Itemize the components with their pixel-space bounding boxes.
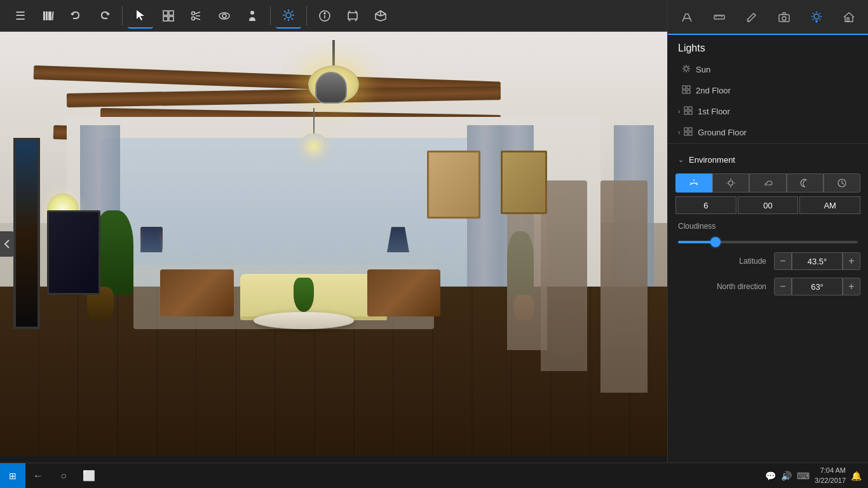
scissors-icon[interactable]	[184, 3, 209, 29]
redo-icon[interactable]	[92, 3, 117, 29]
keyboard-icon[interactable]: ⌨	[797, 471, 810, 481]
svg-line-52	[813, 13, 814, 14]
1st-floor-item[interactable]: › 1st Floor	[668, 101, 868, 122]
svg-point-16	[250, 11, 254, 15]
ground-floor-icon	[684, 127, 693, 138]
picture-frame-2	[501, 151, 548, 214]
time-period-input[interactable]: AM	[799, 196, 860, 214]
table-lamp-right	[387, 227, 407, 278]
time-sunrise-btn[interactable]	[675, 173, 712, 193]
panel-light-icon[interactable]	[805, 6, 828, 29]
taskbar-clock[interactable]: 7:04 AM 3/22/2017	[815, 466, 846, 485]
svg-line-23	[292, 18, 294, 20]
environment-header[interactable]: ⌄ Environment	[668, 150, 868, 170]
svg-point-9	[192, 11, 195, 15]
start-button[interactable]: ⊞	[0, 463, 25, 489]
svg-rect-75	[689, 111, 692, 114]
wall-art-left	[13, 138, 40, 329]
north-direction-minus-btn[interactable]: −	[774, 278, 792, 295]
pendant-light	[287, 108, 341, 172]
sofa	[240, 274, 387, 316]
sun-label: Sun	[696, 65, 710, 74]
svg-line-64	[684, 66, 685, 67]
select-icon[interactable]	[128, 3, 153, 29]
svg-point-17	[286, 13, 291, 18]
svg-point-59	[684, 67, 688, 71]
1st-floor-icon	[684, 106, 693, 117]
svg-line-53	[819, 19, 820, 20]
pendant-shade	[301, 133, 327, 159]
svg-rect-8	[169, 17, 173, 21]
latitude-input[interactable]: 43.5°	[792, 252, 843, 270]
environment-label: Environment	[689, 155, 735, 165]
svg-rect-76	[684, 128, 688, 131]
cube-icon[interactable]	[368, 3, 393, 29]
ground-floor-item[interactable]: › Ground Floor	[668, 122, 868, 143]
time-preset-buttons	[675, 173, 860, 193]
svg-point-83	[729, 181, 733, 186]
svg-rect-69	[687, 86, 690, 89]
north-direction-input[interactable]: 63°	[792, 278, 843, 295]
time-day-btn[interactable]	[712, 173, 749, 193]
north-direction-row: North direction − 63° +	[668, 274, 868, 299]
menu-icon[interactable]: ☰	[8, 3, 33, 29]
panel-camera-icon[interactable]	[773, 6, 796, 29]
latitude-plus-btn[interactable]: +	[843, 252, 860, 270]
time-cloudy-btn[interactable]	[749, 173, 786, 193]
panel-paint-icon[interactable]	[675, 6, 698, 29]
side-nav-button[interactable]	[0, 231, 14, 257]
panel-ruler-icon[interactable]	[708, 6, 731, 29]
3d-viewport[interactable]	[0, 32, 667, 456]
dining-chair-2	[541, 180, 588, 372]
north-direction-plus-btn[interactable]: +	[843, 278, 860, 295]
svg-rect-74	[684, 111, 688, 114]
ground-floor-chevron: ›	[678, 129, 680, 136]
multitask-button[interactable]: ⬜	[76, 463, 102, 489]
latitude-label: Latitude	[675, 257, 774, 266]
notification-bell[interactable]: 🔔	[851, 471, 862, 481]
objects-icon[interactable]	[156, 3, 181, 29]
dining-chair-3	[507, 201, 547, 350]
svg-line-55	[813, 19, 814, 20]
svg-line-54	[819, 13, 820, 14]
sun-toolbar-icon[interactable]	[276, 3, 301, 29]
notification-icon[interactable]: 💬	[765, 471, 776, 481]
clock-time: 7:04 AM	[815, 466, 846, 475]
time-night-btn[interactable]	[787, 173, 824, 193]
latitude-row: Latitude − 43.5° +	[668, 248, 868, 274]
svg-line-11	[194, 12, 200, 14]
2nd-floor-item[interactable]: 2nd Floor	[668, 80, 868, 101]
svg-rect-3	[51, 11, 53, 20]
time-hours-input[interactable]: 6	[675, 196, 736, 214]
cloudiness-slider-container	[668, 233, 868, 248]
view-icon[interactable]	[212, 3, 237, 29]
svg-line-36	[381, 14, 386, 16]
clock-date: 3/22/2017	[815, 476, 846, 485]
lights-section-title: Lights	[668, 35, 868, 59]
lamp-shade-3	[387, 227, 409, 252]
1st-floor-chevron: ›	[678, 108, 680, 115]
back-button[interactable]: ←	[25, 463, 51, 489]
scene	[0, 32, 667, 456]
panel-icon-bar	[668, 0, 868, 35]
info-icon[interactable]	[312, 3, 337, 29]
volume-icon[interactable]: 🔊	[781, 471, 792, 481]
cloudiness-slider-thumb[interactable]	[710, 237, 721, 247]
sun-item[interactable]: Sun	[668, 59, 868, 80]
panel-house-icon[interactable]	[837, 6, 860, 29]
panel-edit-icon[interactable]	[740, 6, 763, 29]
svg-rect-71	[687, 90, 690, 93]
undo-icon[interactable]	[64, 3, 89, 29]
time-custom-btn[interactable]	[824, 173, 860, 193]
separator-2	[270, 6, 271, 25]
frame-icon[interactable]	[340, 3, 365, 29]
latitude-minus-btn[interactable]: −	[774, 252, 792, 270]
cloudiness-slider-track[interactable]	[678, 241, 858, 243]
taskbar: ⊞ ← ○ ⬜ 💬 🔊 ⌨ 7:04 AM 3/22/2017 🔔	[0, 463, 868, 488]
time-minutes-input[interactable]: 00	[738, 196, 799, 214]
north-direction-label: North direction	[675, 282, 774, 291]
home-button[interactable]: ○	[51, 463, 76, 489]
library-icon[interactable]	[36, 3, 61, 29]
person-icon[interactable]	[240, 3, 265, 29]
tv	[47, 210, 100, 295]
